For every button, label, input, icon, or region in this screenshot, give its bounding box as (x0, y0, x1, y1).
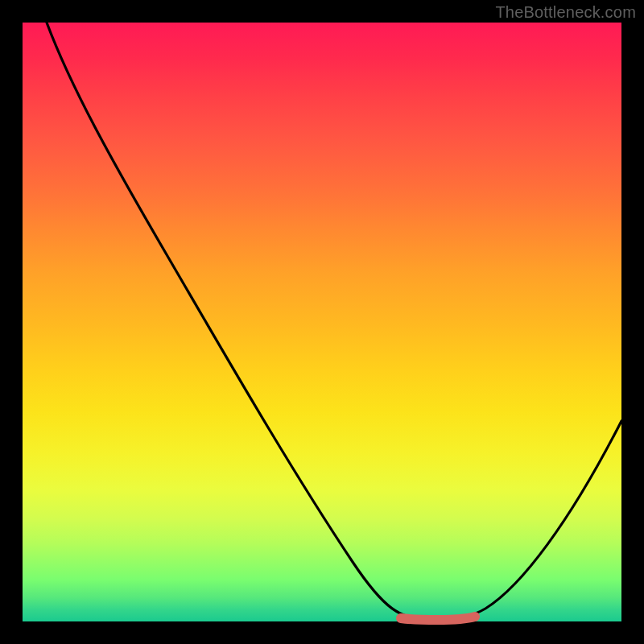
optimal-range-marker (401, 617, 475, 620)
chart-frame: TheBottleneck.com (0, 0, 644, 644)
curve-svg (23, 23, 621, 621)
attribution-label: TheBottleneck.com (495, 3, 636, 22)
bottleneck-curve (47, 23, 621, 619)
plot-area (23, 23, 621, 621)
